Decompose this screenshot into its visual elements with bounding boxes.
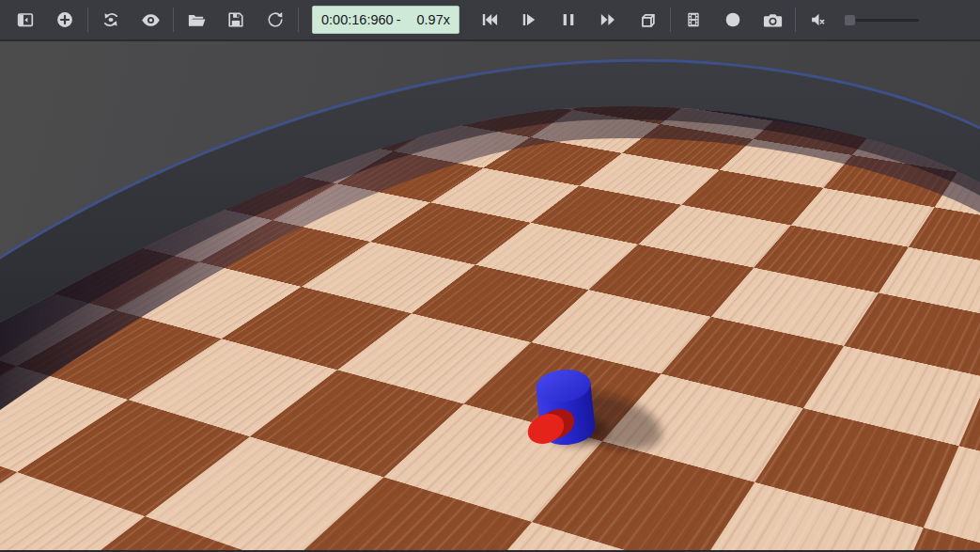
simulation-speed: 0.97x xyxy=(417,12,450,27)
toggle-3d-scene-button[interactable] xyxy=(628,3,667,37)
record-icon xyxy=(723,9,743,30)
toolbar: 0:00:16:960 - 0.97x xyxy=(0,0,980,41)
app-window: 0:00:16:960 - 0.97x xyxy=(0,0,980,552)
film-icon xyxy=(683,9,704,30)
toolbar-separator xyxy=(173,8,174,32)
simulation-time: 0:00:16:960 xyxy=(321,12,394,27)
record-button[interactable] xyxy=(713,3,753,37)
save-world-button[interactable] xyxy=(216,3,256,37)
pause-button[interactable] xyxy=(549,3,588,37)
toolbar-separator xyxy=(795,8,796,32)
fast-forward-icon xyxy=(598,9,618,30)
volume-slider-handle[interactable] xyxy=(844,14,856,26)
3d-viewport[interactable] xyxy=(0,41,980,550)
panel-toggle-icon xyxy=(15,9,36,30)
cube-icon xyxy=(637,9,659,31)
simulation-time-display: 0:00:16:960 - 0.97x xyxy=(312,6,459,34)
time-speed-separator: - xyxy=(397,12,401,27)
reset-simulation-button[interactable] xyxy=(91,3,131,37)
plus-circle-icon xyxy=(54,9,75,30)
reload-world-button[interactable] xyxy=(256,3,295,37)
volume-slider[interactable] xyxy=(846,19,919,22)
toggle-sound-button[interactable] xyxy=(799,3,838,37)
skip-to-start-button[interactable] xyxy=(470,3,509,37)
checkerboard-texture xyxy=(0,41,980,550)
reload-icon xyxy=(265,9,286,30)
toolbar-separator xyxy=(87,8,88,32)
skip-start-icon xyxy=(479,9,500,30)
toolbar-separator xyxy=(298,8,299,32)
add-node-button[interactable] xyxy=(45,3,85,37)
camera-icon xyxy=(762,9,784,31)
folder-icon xyxy=(186,9,208,31)
arena-floor xyxy=(0,41,980,550)
take-screenshot-button[interactable] xyxy=(753,3,792,37)
open-world-button[interactable] xyxy=(177,3,216,37)
step-button[interactable] xyxy=(509,3,549,37)
speaker-muted-icon xyxy=(808,9,829,30)
step-icon xyxy=(519,9,539,30)
make-movie-button[interactable] xyxy=(674,3,713,37)
pause-icon xyxy=(558,9,579,30)
volume-slider-track[interactable] xyxy=(846,19,919,22)
toggle-side-panel-button[interactable] xyxy=(6,3,45,37)
fast-forward-button[interactable] xyxy=(588,3,628,37)
change-view-button[interactable] xyxy=(131,3,170,37)
floppy-icon xyxy=(226,9,246,30)
sync-icon xyxy=(101,9,121,30)
toolbar-separator xyxy=(670,8,671,32)
eye-icon xyxy=(140,9,162,31)
